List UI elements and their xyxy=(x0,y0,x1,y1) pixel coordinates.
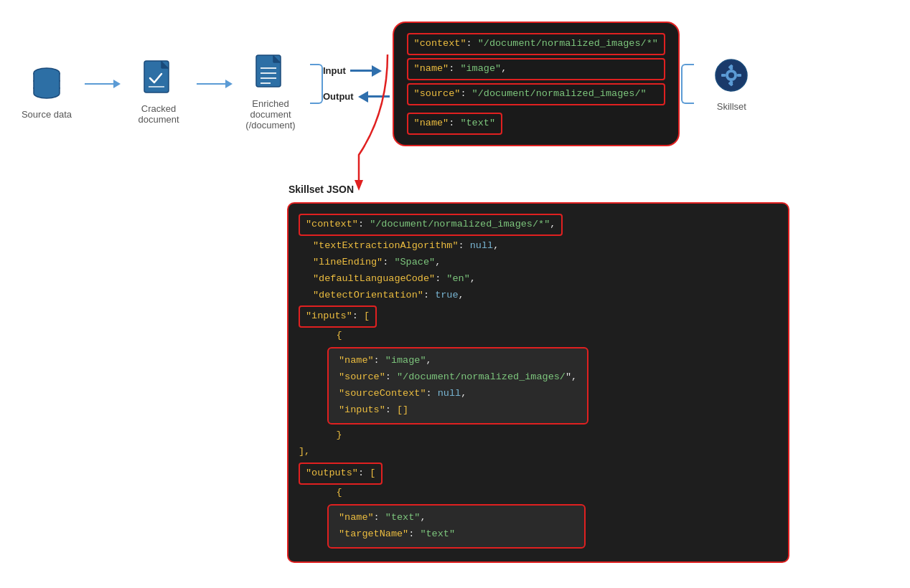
skillset-node: Skillset xyxy=(712,56,751,112)
database-icon xyxy=(27,64,67,103)
arrow-1 xyxy=(85,80,121,88)
cracked-document-node: Crackeddocument xyxy=(126,58,191,125)
input-label: Input xyxy=(323,65,346,76)
cracked-document-label: Crackeddocument xyxy=(138,103,179,125)
source-data-label: Source data xyxy=(22,109,72,120)
bottom-section: Skillset JSON "context": "/document/norm… xyxy=(287,184,896,563)
output-label: Output xyxy=(323,91,354,102)
brain-gear-icon xyxy=(712,56,751,95)
document-check-icon xyxy=(139,58,179,98)
enriched-document-label: Enricheddocument(/document) xyxy=(245,98,295,131)
enriched-document-node: Enricheddocument(/document) xyxy=(238,53,303,131)
skillset-json-label: Skillset JSON xyxy=(289,184,896,195)
svg-rect-20 xyxy=(737,74,741,77)
skillset-label: Skillset xyxy=(717,101,746,112)
top-code-box: "context": "/document/normalized_images/… xyxy=(393,22,680,146)
json-code-box: "context": "/document/normalized_images/… xyxy=(287,202,789,563)
document-lines-icon xyxy=(251,53,291,93)
diagram-row: Source data Crack xyxy=(14,22,896,162)
svg-rect-19 xyxy=(721,74,726,77)
arrow-2 xyxy=(197,80,233,88)
source-data-node: Source data xyxy=(14,64,79,120)
svg-point-16 xyxy=(728,72,734,78)
main-container: Source data Crack xyxy=(0,0,910,588)
